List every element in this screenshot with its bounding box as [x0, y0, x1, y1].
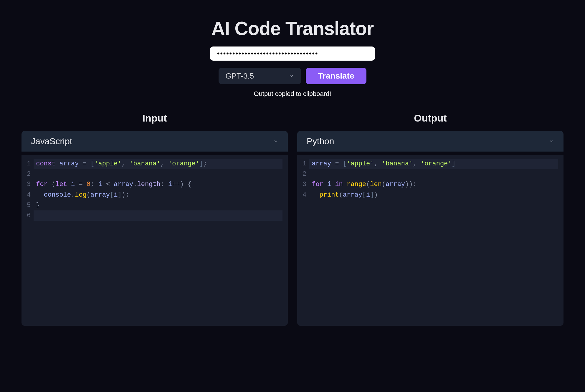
- output-code-editor[interactable]: 1 2 3 4 array = ['apple', 'banana', 'ora…: [297, 155, 563, 326]
- input-code-editor[interactable]: 1 2 3 4 5 6 const array = ['apple', 'ban…: [22, 155, 288, 326]
- input-line-numbers: 1 2 3 4 5 6: [22, 159, 36, 326]
- output-panel: Output Python 1 2 3 4 array = ['apple', …: [297, 112, 563, 326]
- output-code-content: array = ['apple', 'banana', 'orange'] fo…: [312, 159, 563, 326]
- input-language-value: JavaScript: [31, 136, 273, 146]
- input-language-select[interactable]: JavaScript: [22, 131, 288, 152]
- chevron-down-icon: [289, 73, 294, 79]
- status-message: Output copied to clipboard!: [254, 90, 331, 98]
- output-language-select[interactable]: Python: [297, 131, 563, 152]
- output-line-numbers: 1 2 3 4: [297, 159, 312, 326]
- api-key-input[interactable]: [210, 46, 375, 61]
- output-language-value: Python: [307, 136, 549, 146]
- input-panel: Input JavaScript 1 2 3 4 5 6 const array…: [22, 112, 288, 326]
- chevron-down-icon: [273, 139, 278, 144]
- translate-button[interactable]: Translate: [306, 68, 367, 84]
- model-select-value: GPT-3.5: [226, 72, 289, 81]
- output-panel-title: Output: [297, 112, 563, 124]
- chevron-down-icon: [549, 139, 554, 144]
- model-select[interactable]: GPT-3.5: [219, 68, 301, 84]
- input-code-content: const array = ['apple', 'banana', 'orang…: [36, 159, 288, 326]
- input-panel-title: Input: [22, 112, 288, 124]
- page-title: AI Code Translator: [211, 18, 374, 39]
